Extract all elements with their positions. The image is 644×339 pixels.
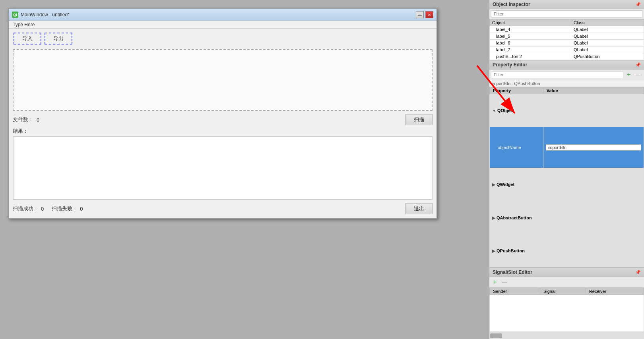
object-name-cell: label_6 xyxy=(490,40,571,46)
prop-group-row[interactable]: ▶QWidget xyxy=(490,168,644,201)
property-editor-header: Property Editor 📌 xyxy=(489,60,644,70)
signal-slot-section: Signal/Slot Editor 📌 + — Sender Signal R… xyxy=(489,267,644,339)
signal-add-button[interactable]: + xyxy=(491,278,499,286)
col-class: Class xyxy=(571,19,644,26)
scan-fail-label: 扫描失败： xyxy=(52,205,78,212)
object-class-cell: QLabel xyxy=(571,26,644,33)
object-name-cell: pushB...ton 2 xyxy=(490,53,571,60)
window-title: MainWindow - untitled* xyxy=(21,12,70,17)
right-panel: Object Inspector 📌 Object Class label_4Q… xyxy=(489,0,644,339)
signal-slot-header: Signal/Slot Editor 📌 xyxy=(489,268,644,277)
prop-value-cell[interactable] xyxy=(543,127,644,168)
object-class-cell: QLabel xyxy=(571,33,644,40)
property-table: Property Value ▼QObjectobjectName▶QWidge… xyxy=(489,87,644,267)
pin-icon: 📌 xyxy=(635,2,641,7)
titlebar: Qt MainWindow - untitled* — ✕ xyxy=(9,9,436,21)
object-inspector-row[interactable]: label_4QLabel xyxy=(490,26,644,33)
scan-success-label: 扫描成功： xyxy=(13,205,39,212)
object-inspector-section: Object Inspector 📌 Object Class label_4Q… xyxy=(489,0,644,60)
col-sender: Sender xyxy=(490,288,540,295)
prop-col-property: Property xyxy=(490,87,543,94)
prop-group-row[interactable]: ▼QObject xyxy=(490,94,644,127)
file-count-row: 文件数： 0 扫描 xyxy=(13,114,433,125)
signal-pin-icon: 📌 xyxy=(635,270,641,275)
object-filter-row xyxy=(489,9,644,19)
col-receiver: Receiver xyxy=(586,288,644,295)
prop-col-value: Value xyxy=(543,87,644,94)
result-area xyxy=(13,136,433,200)
stats-row: 扫描成功： 0 扫描失败： 0 退出 xyxy=(13,203,433,214)
prop-row[interactable]: objectName xyxy=(490,127,644,168)
object-inspector-row[interactable]: label_6QLabel xyxy=(490,40,644,46)
prop-group-row[interactable]: ▶QAbstractButton xyxy=(490,201,644,234)
prop-name-cell: objectName xyxy=(490,127,543,168)
col-object: Object xyxy=(490,19,571,26)
signal-slot-title: Signal/Slot Editor xyxy=(493,269,532,275)
prop-filter-row: + — xyxy=(489,70,644,80)
object-inspector-row[interactable]: label_7QLabel xyxy=(490,46,644,53)
minimize-button[interactable]: — xyxy=(416,11,424,18)
import-button[interactable]: 导入 xyxy=(14,33,41,45)
toolbar: 导入 导出 xyxy=(13,32,433,45)
object-name-cell: label_4 xyxy=(490,26,571,33)
type-here-menu[interactable]: Type Here xyxy=(11,21,36,28)
property-editor-title: Property Editor xyxy=(493,62,527,68)
menubar: Type Here xyxy=(9,21,436,29)
object-name-cell: label_5 xyxy=(490,33,571,40)
prop-pin-icon: 📌 xyxy=(635,62,641,68)
scan-success-value: 0 xyxy=(41,206,44,212)
close-button[interactable]: ✕ xyxy=(425,11,433,18)
object-name-cell: label_7 xyxy=(490,46,571,53)
prop-group-row[interactable]: ▶QPushButton xyxy=(490,234,644,267)
scan-fail-value: 0 xyxy=(80,206,83,212)
signal-slot-table: Sender Signal Receiver xyxy=(489,288,644,332)
signal-minus-button[interactable]: — xyxy=(500,278,508,286)
object-filter-input[interactable] xyxy=(491,10,642,17)
property-editor-section: Property Editor 📌 + — importBtn : QPushB… xyxy=(489,60,644,267)
object-class-cell: QPushButton xyxy=(571,53,644,60)
object-inspector-row[interactable]: label_5QLabel xyxy=(490,33,644,40)
scan-button[interactable]: 扫描 xyxy=(405,114,433,125)
file-count-value: 0 xyxy=(37,117,39,123)
object-inspector-header: Object Inspector 📌 xyxy=(489,0,644,9)
file-drop-area xyxy=(13,49,433,111)
prop-filter-input[interactable] xyxy=(491,71,623,78)
horizontal-scrollbar[interactable] xyxy=(490,333,502,338)
qt-logo-icon: Qt xyxy=(12,12,18,18)
object-inspector-table: Object Class label_4QLabellabel_5QLabell… xyxy=(489,19,644,60)
signal-slot-empty-row xyxy=(490,295,644,332)
signal-slot-toolbar: + — xyxy=(489,277,644,288)
exit-button[interactable]: 退出 xyxy=(405,203,433,214)
export-button[interactable]: 导出 xyxy=(45,33,72,45)
object-inspector-title: Object Inspector xyxy=(493,2,530,7)
file-count-label: 文件数： xyxy=(13,116,33,123)
col-signal: Signal xyxy=(540,288,586,295)
prop-context-label: importBtn : QPushButton xyxy=(489,80,644,87)
form-body: 导入 导出 文件数： 0 扫描 结果： 扫描成功： 0 xyxy=(9,29,436,218)
prop-minus-button[interactable]: — xyxy=(634,71,642,79)
object-inspector-row[interactable]: pushB...ton 2QPushButton xyxy=(490,53,644,60)
qt-form-window: Qt MainWindow - untitled* — ✕ Type Here … xyxy=(8,8,437,219)
result-label: 结果： xyxy=(13,128,433,135)
object-class-cell: QLabel xyxy=(571,46,644,53)
prop-value-input[interactable] xyxy=(546,144,641,151)
object-class-cell: QLabel xyxy=(571,40,644,46)
prop-add-button[interactable]: + xyxy=(625,71,633,79)
